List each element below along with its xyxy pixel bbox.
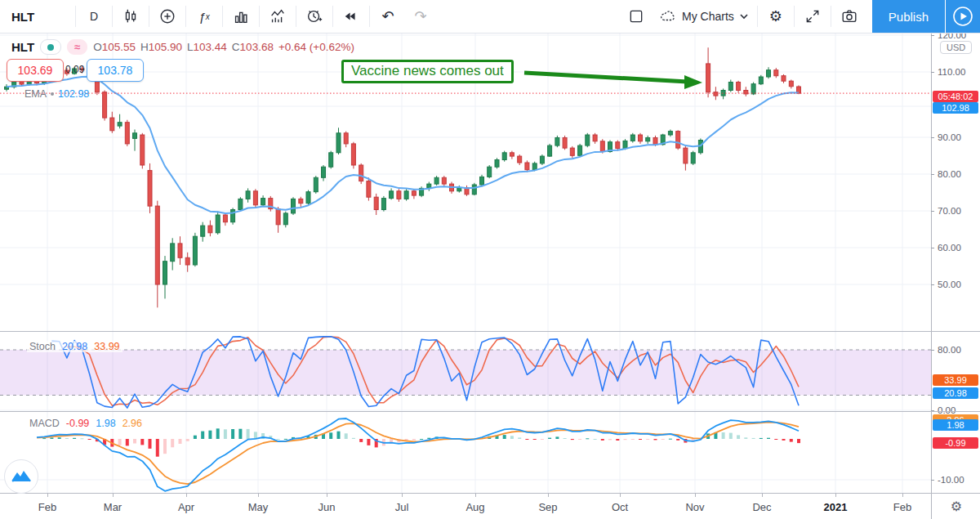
divider	[222, 6, 223, 27]
stoch-axis-label: 80.00	[938, 345, 961, 355]
ema-value: 102.98	[58, 88, 89, 100]
stoch-k-chip: 20.98	[933, 387, 978, 399]
alert-clock-icon[interactable]	[298, 0, 331, 33]
time-tick	[762, 494, 763, 497]
publish-group: Publish	[872, 0, 980, 33]
indicators-fx-icon[interactable]: ƒx	[188, 0, 220, 33]
tradingview-logo[interactable]	[4, 459, 38, 494]
status-dot-icon	[47, 44, 54, 51]
candlestick-style-icon[interactable]	[114, 0, 147, 33]
time-tick	[327, 494, 327, 497]
price-axis-label: 80.00	[938, 169, 961, 179]
axis-settings-gear-icon[interactable]: ⚙	[951, 499, 962, 514]
divider	[185, 6, 186, 27]
change-readout: +0.64 (+0.62%)	[278, 41, 354, 53]
macd-line-value: 1.98	[96, 418, 115, 429]
trade-buttons: 103.69 0.09 103.78	[7, 59, 144, 82]
chart-legend: HLT ≈ O105.55 H105.90 L103.44 C103.68 +0…	[11, 39, 354, 55]
time-axis-label: 2021	[824, 501, 848, 513]
layout-select-icon[interactable]	[620, 0, 653, 33]
macd-name: MACD	[29, 418, 60, 429]
axis-tick	[931, 72, 934, 73]
ema-legend[interactable]: EMA 102.98	[24, 88, 89, 100]
symbol-button[interactable]: HLT	[0, 10, 74, 24]
compare-add-icon[interactable]	[151, 0, 184, 33]
vaccine-annotation[interactable]: Vaccine news comes out	[341, 60, 514, 83]
top-toolbar: HLT D ƒx	[0, 0, 980, 34]
macd-hist-value: -0.99	[66, 418, 90, 429]
time-axis-label: Dec	[752, 501, 771, 513]
time-axis-label: Apr	[178, 501, 194, 513]
redo-icon[interactable]: ↷	[404, 0, 437, 33]
publish-play-button[interactable]	[946, 0, 980, 33]
macd-histogram	[42, 428, 800, 456]
divider	[112, 6, 113, 27]
axis-tick	[931, 174, 934, 175]
stoch-d-chip: 33.99	[933, 374, 978, 386]
panel-separator[interactable]	[0, 331, 980, 332]
time-axis-label: Nov	[685, 501, 704, 513]
time-axis-label: Feb	[38, 501, 56, 513]
dot-icon	[51, 92, 54, 96]
undo-icon[interactable]: ↶	[372, 0, 404, 33]
snapshot-camera-icon[interactable]	[833, 0, 866, 33]
forecast-icon[interactable]	[261, 0, 294, 33]
time-axis-label: Mar	[104, 501, 122, 513]
time-tick	[47, 494, 48, 497]
currency-badge[interactable]: USD	[940, 41, 972, 54]
ohlc-readout: O105.55 H105.90 L103.44 C103.68 +0.64 (+…	[93, 41, 354, 53]
divider	[75, 6, 76, 27]
interval-button[interactable]: D	[78, 0, 110, 33]
price-axis[interactable]: USD 120.00110.0090.0080.0070.0060.0050.0…	[931, 33, 980, 494]
divider	[831, 6, 831, 27]
legend-symbol[interactable]: HLT	[11, 40, 34, 54]
divider	[296, 6, 296, 27]
stoch-legend[interactable]: Stoch 20.98 33.99	[27, 341, 122, 352]
time-tick	[620, 494, 621, 497]
time-axis-label: Jul	[395, 501, 409, 513]
time-tick	[186, 494, 187, 497]
price-axis-label: 50.00	[938, 280, 961, 289]
publish-button[interactable]: Publish	[872, 0, 945, 33]
time-axis[interactable]: FebMarAprMayJunJulAugSepOctNovDec2021Feb	[0, 494, 931, 519]
divider	[794, 6, 795, 27]
chevron-down-icon	[739, 13, 749, 20]
source-toggle-pill[interactable]	[40, 39, 61, 55]
ema-value-chip: 102.98	[933, 102, 978, 114]
fundamentals-columns-icon[interactable]	[225, 0, 257, 33]
my-charts-label: My Charts	[682, 10, 734, 23]
time-tick	[113, 494, 114, 497]
macd-signal-value: 2.96	[122, 418, 142, 429]
settings-gear-icon[interactable]: ⚙	[760, 0, 792, 33]
annotation-arrow-line	[524, 73, 688, 82]
time-tick	[548, 494, 549, 497]
time-axis-label: Jun	[318, 501, 336, 513]
buy-button[interactable]: 103.78	[87, 59, 144, 82]
sell-button[interactable]: 103.69	[7, 59, 64, 82]
stoch-d-value: 33.99	[94, 341, 119, 352]
price-axis-label: 70.00	[938, 206, 961, 216]
macd-hist-chip: -0.99	[933, 437, 978, 449]
time-tick	[902, 494, 903, 497]
panel-separator[interactable]	[0, 493, 980, 494]
macd-signal-line	[37, 423, 799, 485]
price-axis-label: 60.00	[938, 243, 961, 253]
time-axis-label: Aug	[466, 501, 484, 513]
my-charts-menu[interactable]: My Charts	[653, 8, 755, 25]
panel-separator[interactable]	[0, 411, 980, 412]
bar-replay-icon[interactable]	[335, 0, 368, 33]
time-axis-label: Feb	[893, 501, 911, 513]
macd-legend[interactable]: MACD -0.99 1.98 2.96	[27, 418, 145, 429]
stoch-k-value: 20.98	[62, 341, 87, 352]
divider	[369, 6, 370, 27]
price-axis-label: 90.00	[938, 132, 961, 142]
time-tick	[695, 494, 696, 497]
toolbar-left-group: HLT D ƒx	[0, 0, 437, 33]
approx-toggle-pill[interactable]: ≈	[67, 39, 87, 55]
candlestick-series	[5, 47, 801, 307]
time-tick	[475, 494, 476, 497]
fullscreen-icon[interactable]	[796, 0, 829, 33]
macd-line-chip: 1.98	[933, 419, 978, 431]
play-icon	[961, 13, 968, 20]
divider	[149, 6, 149, 27]
